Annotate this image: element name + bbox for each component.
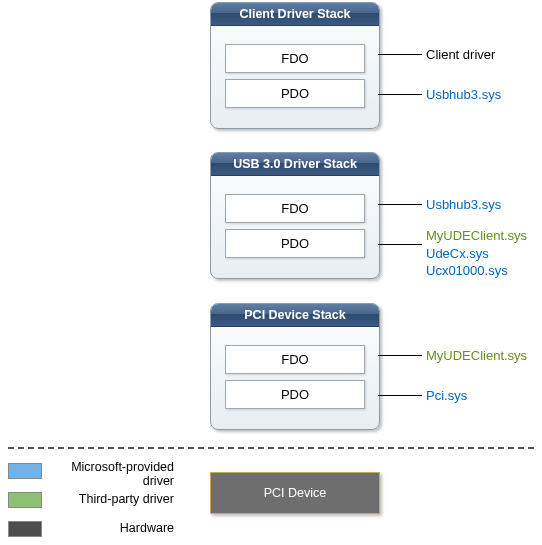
stack-title: USB 3.0 Driver Stack [211,153,379,176]
connector [378,244,422,245]
legend-swatch-tp [8,492,42,508]
link-usbhub3[interactable]: Usbhub3.sys [426,196,501,214]
connector [378,94,422,95]
pci-device-box: PCI Device [210,472,380,514]
connector [378,204,422,205]
stack-body: FDO PDO [211,176,379,278]
client-driver-stack: Client Driver Stack FDO PDO [210,2,380,129]
pdo-box: PDO [225,229,365,258]
label-group-pdo: MyUDEClient.sys UdeCx.sys Ucx01000.sys [426,227,527,280]
stack-body: FDO PDO [211,327,379,429]
connector [378,355,422,356]
pci-device-stack: PCI Device Stack FDO PDO [210,303,380,430]
label-myudeclient: MyUDEClient.sys [426,228,527,243]
divider [8,447,534,449]
stack-body: FDO PDO [211,26,379,128]
link-usbhub3[interactable]: Usbhub3.sys [426,86,501,104]
link-ucx01000[interactable]: Ucx01000.sys [426,263,508,278]
usb3-driver-stack: USB 3.0 Driver Stack FDO PDO [210,152,380,279]
label-myudeclient: MyUDEClient.sys [426,347,527,365]
connector [378,395,422,396]
label-client-driver: Client driver [426,46,495,64]
link-pci-sys[interactable]: Pci.sys [426,387,467,405]
pdo-box: PDO [225,380,365,409]
pdo-box: PDO [225,79,365,108]
stack-title: PCI Device Stack [211,304,379,327]
legend-text-tp: Third-party driver [44,492,174,506]
legend-text-hw: Hardware [44,521,174,535]
fdo-box: FDO [225,194,365,223]
link-udecx[interactable]: UdeCx.sys [426,246,489,261]
legend-swatch-hw [8,521,42,537]
pci-device-label: PCI Device [264,486,327,500]
connector [378,54,422,55]
legend-swatch-ms [8,463,42,479]
legend-text-ms: Microsoft-provided driver [44,460,174,488]
stack-title: Client Driver Stack [211,3,379,26]
fdo-box: FDO [225,44,365,73]
fdo-box: FDO [225,345,365,374]
